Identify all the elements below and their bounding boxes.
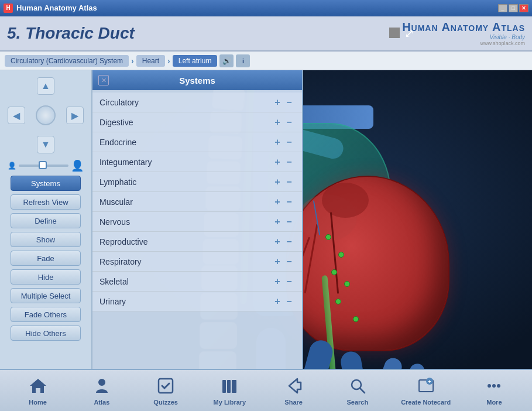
atlas-logo: Human Anatomy Atlas Visible · Body www.s… xyxy=(402,20,525,46)
system-row-urinary[interactable]: Urinary+− xyxy=(92,292,302,311)
system-plus-skeletal[interactable]: + xyxy=(272,276,283,287)
system-plus-reproductive[interactable]: + xyxy=(272,236,283,248)
system-row-muscular[interactable]: Muscular+− xyxy=(92,192,302,212)
toolbar-icon-quizzes xyxy=(155,375,176,396)
systems-button[interactable]: Systems xyxy=(11,176,81,191)
system-row-respiratory[interactable]: Respiratory+− xyxy=(92,252,302,272)
system-name-reproductive: Reproductive xyxy=(99,237,272,246)
system-minus-skeletal[interactable]: − xyxy=(283,276,295,287)
system-minus-muscular[interactable]: − xyxy=(283,196,295,208)
system-row-skeletal[interactable]: Skeletal+− xyxy=(92,272,302,292)
multiple-select-button[interactable]: Multiple Select xyxy=(11,288,81,303)
3d-view[interactable]: ✕ Systems Circulatory+−Digestive+−Endocr… xyxy=(92,70,532,369)
system-minus-lymphatic[interactable]: − xyxy=(283,176,295,188)
lymph-node-5 xyxy=(335,299,341,304)
system-minus-nervous[interactable]: − xyxy=(283,216,295,228)
info-button[interactable]: i xyxy=(236,54,250,67)
fade-button[interactable]: Fade xyxy=(11,251,81,266)
breadcrumb-arrow-1: › xyxy=(131,56,134,66)
system-row-circulatory[interactable]: Circulatory+− xyxy=(92,93,302,112)
nav-cross: ▲ ▼ ◀ ▶ xyxy=(8,77,84,153)
zoom-track[interactable] xyxy=(19,165,68,167)
systems-panel: ✕ Systems Circulatory+−Digestive+−Endocr… xyxy=(92,70,303,369)
system-plus-respiratory[interactable]: + xyxy=(272,256,283,268)
lymph-node-6 xyxy=(353,316,359,322)
system-minus-integumentary[interactable]: − xyxy=(283,156,295,168)
system-plus-muscular[interactable]: + xyxy=(272,196,283,208)
system-minus-respiratory[interactable]: − xyxy=(283,256,295,268)
breadcrumb-circulatory[interactable]: Circulatory (Cardiovascular) System xyxy=(5,55,129,67)
svg-point-0 xyxy=(98,379,105,386)
nav-left[interactable]: ◀ xyxy=(8,107,25,124)
thumbnail-view[interactable] xyxy=(389,28,400,38)
define-button[interactable]: Define xyxy=(11,213,81,228)
system-row-endocrine[interactable]: Endocrine+− xyxy=(92,132,302,152)
system-plus-nervous[interactable]: + xyxy=(272,216,283,228)
close-button[interactable]: ✕ xyxy=(519,4,528,12)
system-row-nervous[interactable]: Nervous+− xyxy=(92,212,302,232)
svg-point-12 xyxy=(497,384,500,388)
zoom-large-figure: 👤 xyxy=(71,159,84,172)
toolbar-item-atlas[interactable]: Atlas xyxy=(81,375,122,406)
nav-up[interactable]: ▲ xyxy=(37,77,54,95)
system-plus-circulatory[interactable]: + xyxy=(272,97,283,108)
heart xyxy=(286,176,449,351)
fade-others-button[interactable]: Fade Others xyxy=(11,307,81,322)
page-title: 5. Thoracic Duct xyxy=(7,24,135,43)
toolbar-label-quizzes: Quizzes xyxy=(153,399,178,406)
system-name-nervous: Nervous xyxy=(99,217,272,227)
system-row-lymphatic[interactable]: Lymphatic+− xyxy=(92,172,302,192)
system-minus-urinary[interactable]: − xyxy=(283,296,295,307)
toolbar-item-create_notecard[interactable]: +Create Notecard xyxy=(401,375,451,406)
toolbar-item-share[interactable]: Share xyxy=(273,375,314,406)
nav-down[interactable]: ▼ xyxy=(37,136,54,153)
toolbar-item-my_library[interactable]: My Library xyxy=(209,375,250,406)
system-plus-digestive[interactable]: + xyxy=(272,117,283,128)
toolbar-icon-atlas xyxy=(91,375,112,396)
zoom-slider: 👤 👤 xyxy=(8,159,84,172)
refresh-button[interactable]: Refresh View xyxy=(11,194,81,210)
sound-button[interactable]: 🔊 xyxy=(219,54,234,67)
system-minus-digestive[interactable]: − xyxy=(283,117,295,128)
minimize-button[interactable]: _ xyxy=(498,4,507,12)
systems-panel-header: ✕ Systems xyxy=(92,70,302,90)
system-name-urinary: Urinary xyxy=(99,297,272,306)
breadcrumb-heart[interactable]: Heart xyxy=(136,55,165,67)
system-minus-endocrine[interactable]: − xyxy=(283,136,295,148)
systems-close-button[interactable]: ✕ xyxy=(98,75,109,85)
systems-panel-title: Systems xyxy=(114,76,281,85)
system-row-reproductive[interactable]: Reproductive+− xyxy=(92,232,302,252)
system-plus-integumentary[interactable]: + xyxy=(272,156,283,168)
system-row-integumentary[interactable]: Integumentary+− xyxy=(92,152,302,172)
atlas-logo-sub: Visible · Body xyxy=(402,34,525,40)
svg-line-6 xyxy=(360,388,365,393)
system-minus-circulatory[interactable]: − xyxy=(283,97,295,108)
svg-text:+: + xyxy=(428,379,431,385)
toolbar-item-quizzes[interactable]: Quizzes xyxy=(145,375,186,406)
hide-others-button[interactable]: Hide Others xyxy=(11,326,81,341)
system-plus-endocrine[interactable]: + xyxy=(272,136,283,148)
svg-rect-4 xyxy=(232,380,236,393)
toolbar-icon-share xyxy=(283,375,304,396)
toolbar-item-more[interactable]: More xyxy=(473,375,514,406)
maximize-button[interactable]: □ xyxy=(509,4,518,12)
hide-button[interactable]: Hide xyxy=(11,269,81,285)
system-name-digestive: Digestive xyxy=(99,118,272,127)
system-row-digestive[interactable]: Digestive+− xyxy=(92,112,302,132)
nav-center[interactable] xyxy=(36,105,56,125)
toolbar-item-search[interactable]: Search xyxy=(337,375,378,406)
system-name-circulatory: Circulatory xyxy=(99,98,272,107)
system-name-endocrine: Endocrine xyxy=(99,138,272,147)
nav-right[interactable]: ▶ xyxy=(66,107,84,124)
system-name-respiratory: Respiratory xyxy=(99,257,272,266)
system-plus-lymphatic[interactable]: + xyxy=(272,176,283,188)
toolbar-icon-search xyxy=(347,375,368,396)
zoom-thumb[interactable] xyxy=(39,161,47,169)
svg-rect-2 xyxy=(222,380,226,393)
bottom-toolbar: HomeAtlasQuizzesMy LibraryShareSearch+Cr… xyxy=(0,369,532,411)
toolbar-item-home[interactable]: Home xyxy=(18,375,59,406)
breadcrumb-left-atrium[interactable]: Left atrium xyxy=(173,55,218,67)
system-plus-urinary[interactable]: + xyxy=(272,296,283,307)
show-button[interactable]: Show xyxy=(11,232,81,247)
system-minus-reproductive[interactable]: − xyxy=(283,236,295,248)
